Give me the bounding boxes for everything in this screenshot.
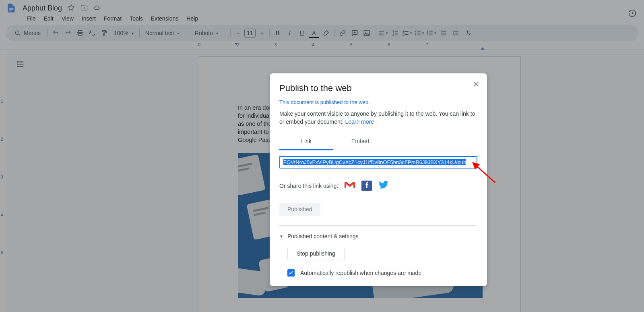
share-label: Or share this link using: [279, 183, 338, 189]
tab-link[interactable]: Link [279, 134, 333, 150]
learn-more-link[interactable]: Learn more [345, 119, 374, 125]
modal-description: Make your content visible to anyone by p… [279, 110, 477, 126]
published-button[interactable]: Published [279, 203, 320, 216]
tab-embed[interactable]: Embed [333, 134, 387, 150]
chevron-down-icon: ▼ [279, 234, 283, 239]
auto-republish-checkbox[interactable] [287, 269, 295, 277]
publish-modal: Publish to the web This document is publ… [270, 73, 487, 286]
gmail-icon[interactable] [344, 181, 356, 191]
close-icon[interactable] [473, 81, 480, 89]
published-url-text: FQVtNroJ5vFxViPyBUgCvXcZ1cyJ1ifDv8nOF5hn… [283, 159, 466, 165]
auto-republish-label: Automatically republish when changes are… [300, 270, 421, 276]
published-settings-toggle[interactable]: ▼ Published content & settings [279, 233, 477, 239]
facebook-icon[interactable]: f [361, 181, 372, 191]
published-note: This document is published to the web. [279, 99, 477, 105]
stop-publishing-button[interactable]: Stop publishing [287, 247, 345, 260]
modal-title: Publish to the web [279, 83, 477, 94]
published-url-input[interactable]: FQVtNroJ5vFxViPyBUgCvXcZ1cyJ1ifDv8nOF5hn… [279, 156, 477, 168]
modal-tabs: Link Embed [279, 134, 477, 150]
twitter-icon[interactable] [378, 180, 390, 191]
